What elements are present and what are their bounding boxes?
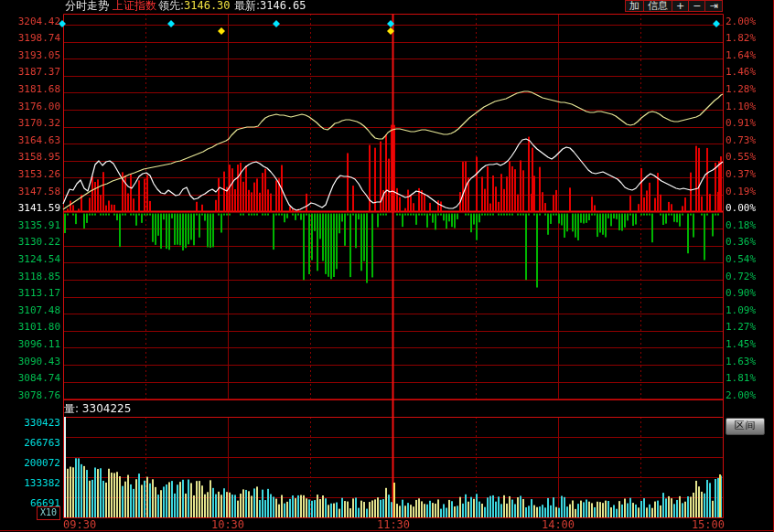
price-tick-label: 3090.43 — [0, 356, 60, 367]
percent-tick-label: 0.00% — [726, 203, 756, 213]
volume-tick-label: 133382 — [0, 478, 60, 488]
leading-label: 领先: — [158, 0, 184, 12]
time-tick-label: 10:30 — [211, 519, 244, 530]
price-tick-label: 3084.74 — [0, 373, 60, 383]
percent-tick-label: 2.00% — [726, 16, 756, 27]
volume-scale-badge: X10 — [37, 506, 60, 520]
toolbar-button-skip[interactable]: ⇥ — [705, 0, 722, 12]
percent-tick-label: 1.27% — [726, 322, 756, 332]
percent-tick-label: 0.54% — [726, 254, 756, 264]
price-tick-label: 3164.63 — [0, 135, 60, 145]
price-tick-label: 3176.00 — [0, 101, 60, 112]
time-tick-label: 11:30 — [377, 519, 410, 530]
toolbar-button-minus[interactable]: − — [689, 0, 705, 12]
percent-tick-label: 0.73% — [726, 135, 756, 145]
price-tick-label: 3181.68 — [0, 84, 60, 94]
price-tick-label: 3113.17 — [0, 288, 60, 298]
percent-tick-label: 1.63% — [726, 356, 756, 367]
percent-tick-label: 0.55% — [726, 152, 756, 162]
price-tick-label: 3118.85 — [0, 271, 60, 282]
toolbar-button-add[interactable]: 加 — [625, 0, 644, 12]
latest-label: 最新: — [234, 0, 260, 12]
price-tick-label: 3141.59 — [0, 203, 60, 213]
percent-tick-label: 1.45% — [726, 339, 756, 349]
percent-tick-label: 1.81% — [726, 373, 756, 383]
percent-tick-label: 0.90% — [726, 288, 756, 298]
price-tick-label: 3198.74 — [0, 33, 60, 43]
leading-value: 3146.30 — [184, 0, 231, 12]
percent-tick-label: 0.19% — [726, 186, 756, 197]
percent-tick-label: 2.00% — [726, 390, 756, 400]
toolbar-button-plus[interactable]: + — [672, 0, 689, 12]
intraday-chart-canvas[interactable] — [0, 0, 774, 532]
time-tick-label: 14:00 — [542, 519, 575, 530]
price-tick-label: 3147.58 — [0, 186, 60, 197]
volume-total-label: 量: 3304225 — [64, 403, 131, 414]
percent-tick-label: 0.18% — [726, 220, 756, 230]
price-tick-label: 3187.37 — [0, 67, 60, 77]
index-name[interactable]: 上证指数 — [113, 0, 156, 12]
percent-tick-label: 1.09% — [726, 305, 756, 315]
toolbar-button-info[interactable]: 信息 — [644, 0, 672, 12]
price-tick-label: 3193.05 — [0, 50, 60, 60]
price-tick-label: 3153.26 — [0, 169, 60, 179]
toolbar-buttons: 加信息+−⇥ — [625, 0, 723, 12]
percent-tick-label: 0.72% — [726, 271, 756, 282]
percent-tick-label: 0.36% — [726, 237, 756, 247]
percent-tick-label: 0.91% — [726, 118, 756, 128]
range-button[interactable]: 区间 — [726, 418, 765, 435]
percent-tick-label: 1.46% — [726, 67, 756, 77]
latest-value: 3146.65 — [260, 0, 306, 12]
price-tick-label: 3204.42 — [0, 16, 60, 27]
time-tick-label: 09:30 — [63, 519, 96, 530]
price-tick-label: 3107.48 — [0, 305, 60, 315]
price-tick-label: 3158.95 — [0, 152, 60, 162]
percent-tick-label: 1.82% — [726, 33, 756, 43]
price-tick-label: 3101.80 — [0, 322, 60, 332]
price-tick-label: 3135.91 — [0, 220, 60, 230]
percent-tick-label: 0.37% — [726, 169, 756, 179]
volume-tick-label: 330423 — [0, 418, 60, 428]
time-tick-label: 15:00 — [692, 519, 725, 530]
price-tick-label: 3078.76 — [0, 390, 60, 400]
volume-tick-label: 200072 — [0, 458, 60, 468]
percent-tick-label: 1.64% — [726, 50, 756, 60]
price-tick-label: 3130.22 — [0, 237, 60, 247]
price-tick-label: 3096.11 — [0, 339, 60, 349]
price-tick-label: 3124.54 — [0, 254, 60, 264]
percent-tick-label: 1.10% — [726, 101, 756, 112]
app-window: 分时走势 上证指数 领先: 3146.30 最新: 3146.65 加信息+−⇥… — [0, 0, 774, 532]
price-tick-label: 3170.32 — [0, 118, 60, 128]
percent-tick-label: 1.28% — [726, 84, 756, 94]
volume-tick-label: 266763 — [0, 438, 60, 448]
page-title: 分时走势 — [65, 0, 109, 12]
